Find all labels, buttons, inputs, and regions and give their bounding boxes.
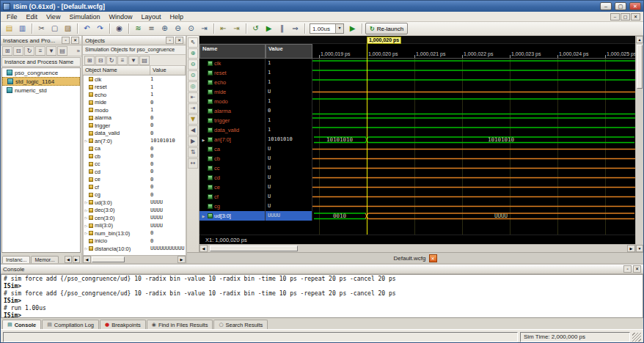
tab-scroll-left-icon[interactable]: ◀ (65, 256, 72, 263)
find-icon[interactable]: ◉ (113, 23, 125, 34)
prev-transition-icon[interactable]: ⇤ (217, 23, 230, 34)
cursor-time-box[interactable]: 1,000,020 ps (367, 37, 401, 44)
waveform-lane[interactable] (312, 116, 635, 125)
waveform-lane[interactable] (312, 163, 635, 173)
wave-row-cf[interactable]: cfU (200, 192, 635, 202)
copy-icon[interactable]: ▢ (48, 23, 61, 34)
add-marker-icon[interactable]: ▼ (188, 114, 198, 125)
mdi-restore-button[interactable]: ▢ (621, 13, 630, 21)
goto-time-icon[interactable]: ⇥ (198, 23, 211, 34)
chevron-down-icon[interactable]: ▾ (335, 24, 343, 33)
redo-icon[interactable]: ↷ (94, 23, 106, 34)
expander-icon[interactable]: ▷ (84, 200, 89, 204)
minimize-button[interactable]: – (600, 2, 612, 10)
zoom-out-icon[interactable]: ⊖ (172, 23, 184, 34)
wave-hscrollbar[interactable]: ◀ ▶ (200, 244, 635, 252)
scrollbar-thumb[interactable] (637, 45, 643, 89)
instance-item-numeric-std[interactable]: numeric_std (2, 86, 80, 95)
zoom-full-icon[interactable]: ⊙ (185, 23, 197, 34)
wave-row-echo[interactable]: echo1 (200, 78, 635, 87)
waveform-lane[interactable] (312, 87, 635, 97)
next-edge-icon[interactable]: ⇥ (188, 103, 198, 114)
object-row[interactable]: inicio0 (84, 237, 186, 246)
object-row[interactable]: ca0 (84, 145, 186, 153)
menu-simulation[interactable]: Simulation (65, 12, 104, 21)
wave-row-cd[interactable]: cdU (200, 173, 635, 182)
relaunch-button[interactable]: ↻ Re-launch (365, 23, 408, 34)
tab-memor[interactable]: Memor... (31, 256, 58, 263)
waveform-lane[interactable] (312, 68, 635, 78)
wave-row-reset[interactable]: reset1 (200, 68, 635, 78)
object-row[interactable]: mide0 (84, 99, 186, 107)
object-row[interactable]: cc0 (84, 161, 186, 169)
wave-row-ud-3-0[interactable]: ▶ud[3:0]UUUU0010UUUU (200, 211, 635, 221)
collapse-all-icon[interactable]: ⊟ (95, 56, 106, 65)
objects-hscrollbar[interactable]: ◀ ▶ (83, 255, 186, 263)
waveform-lane[interactable] (312, 192, 635, 202)
expander-icon[interactable]: ▷ (84, 215, 89, 220)
object-row[interactable]: modo1 (84, 106, 186, 114)
refresh-icon[interactable]: ↻ (24, 46, 34, 56)
menu-window[interactable]: Window (104, 12, 136, 21)
waveform-lane[interactable]: 0010UUUU (312, 211, 635, 221)
waveform-canvas[interactable]: clk1reset1echo1mideUmodo1alarma0trigger1… (200, 59, 635, 235)
object-row[interactable]: ▷mil(3:0)UUUU (84, 222, 186, 230)
expander-icon[interactable]: ▶ (201, 214, 206, 218)
waveform-lane[interactable] (312, 154, 635, 163)
zoom-in-icon[interactable]: ⊕ (158, 23, 171, 34)
object-row[interactable]: alarma0 (84, 114, 186, 122)
run-all-icon[interactable]: ▶ (263, 23, 275, 34)
wave-row-cb[interactable]: cbU (200, 154, 635, 163)
float-panel-icon[interactable]: ▫ (623, 265, 632, 273)
overflow-chevron-icon[interactable]: » (77, 48, 80, 54)
object-row[interactable]: cb0 (84, 152, 186, 161)
save-icon[interactable]: ▥ (16, 23, 29, 34)
zoom-out-icon[interactable]: ⊖ (188, 59, 198, 70)
object-row[interactable]: reset1 (84, 84, 186, 92)
properties-icon[interactable]: ▤ (139, 56, 150, 65)
object-row[interactable]: ▷an(7:0)10101010 (84, 137, 186, 145)
wave-row-mide[interactable]: mideU (200, 87, 635, 97)
waveform-lane[interactable] (312, 182, 635, 192)
expander-icon[interactable]: ▷ (84, 231, 89, 235)
filter-icon[interactable]: ▼ (46, 46, 56, 56)
waveform-lane[interactable] (312, 202, 635, 211)
menu-file[interactable]: File (2, 12, 22, 21)
wave-vscrollbar[interactable]: ▲ ▼ (635, 36, 643, 252)
object-row[interactable]: ▷ud(3:0)UUUU (84, 199, 186, 207)
wave-row-cg[interactable]: cgU (200, 202, 635, 211)
zoom-cursor-icon[interactable]: ◎ (188, 81, 198, 92)
waveform-lane[interactable] (312, 173, 635, 182)
wave-row-cc[interactable]: ccU (200, 163, 635, 173)
object-value-header[interactable]: Value (150, 66, 186, 75)
collapse-all-icon[interactable]: ⊟ (13, 46, 23, 56)
instance-item-std-logic-1164[interactable]: std_logic_1164 (2, 77, 80, 86)
wave-row-ce[interactable]: ceU (200, 182, 635, 192)
wave-row-clk[interactable]: clk1 (200, 59, 635, 68)
menu-view[interactable]: View (42, 12, 65, 21)
sort-icon[interactable]: ≡ (35, 46, 45, 56)
tab-scroll-right-icon[interactable]: ▶ (73, 256, 80, 263)
run-time-field[interactable]: 1.00us ▾ (310, 23, 344, 34)
close-panel-icon[interactable]: ✕ (175, 37, 183, 44)
expander-icon[interactable]: ▷ (84, 246, 89, 251)
menu-layout[interactable]: Layout (136, 12, 165, 21)
wave-name-header[interactable]: Name (200, 44, 266, 59)
maximize-button[interactable]: ▢ (615, 2, 626, 10)
waveform-lane[interactable] (312, 144, 635, 154)
resize-grip-icon[interactable] (632, 333, 641, 342)
refresh-icon[interactable]: ↻ (106, 56, 117, 65)
wave-row-modo[interactable]: modo1 (200, 97, 635, 106)
waveform-lane[interactable] (312, 78, 635, 87)
mdi-close-button[interactable]: ✕ (631, 13, 640, 21)
waveform-lane[interactable]: 1010101010101010 (312, 135, 635, 144)
object-row[interactable]: ▷distancia(10:0)UUUUUUUUUUU (84, 245, 186, 253)
run-time-value[interactable]: 1.00us (310, 26, 335, 32)
undo-icon[interactable]: ↶ (81, 23, 93, 34)
close-panel-icon[interactable]: ✕ (71, 37, 79, 44)
measure-icon[interactable]: ↔ (188, 158, 198, 169)
pause-icon[interactable]: ‖ (276, 23, 288, 34)
filter-icon[interactable]: ▼ (128, 56, 139, 65)
waveform-lane[interactable] (312, 59, 635, 68)
cursor-line[interactable] (367, 44, 367, 235)
